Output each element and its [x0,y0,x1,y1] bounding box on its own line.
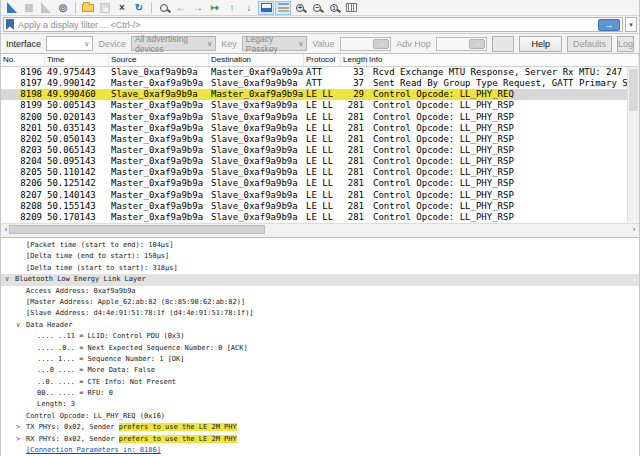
colorize-button[interactable] [275,1,291,15]
previous-packet-icon: ← [176,3,186,13]
zoom-original-button[interactable] [326,1,342,15]
detail-line[interactable]: ..0. .... = CTE Info: Not Present [1,377,639,388]
apply-filter-button[interactable]: → [598,19,620,31]
packet-row[interactable]: 820950.170143Master_0xaf9a9b9aSlave_0xaf… [1,212,629,223]
detail-line[interactable]: >TX PHYs: 0x02, Sender prefers to use th… [1,422,639,433]
go-to-packet-button[interactable]: ↦ [207,1,223,15]
open-file-button[interactable] [80,1,96,15]
packet-row[interactable]: 820250.050143Master_0xaf9a9b9aSlave_0xaf… [1,134,629,145]
key-value: Legacy Passkey [246,34,298,54]
packet-row[interactable]: 820450.095143Master_0xaf9a9b9aSlave_0xaf… [1,156,629,167]
collapse-icon[interactable]: ∨ [16,320,26,331]
first-packet-icon: ↑ [230,3,235,13]
packet-row[interactable]: 820550.110142Master_0xaf9a9b9aSlave_0xaf… [1,167,629,178]
start-capture-button[interactable] [4,1,20,15]
auto-scroll-button[interactable] [258,1,274,15]
column-header-time[interactable]: Time [45,54,109,66]
key-select[interactable]: Legacy Passkey ∨ [242,36,308,51]
zoom-out-button[interactable] [309,1,325,15]
detail-line[interactable]: [Master Address: Apple_62:ab:82 (8c:85:9… [1,297,639,308]
detail-line[interactable]: [Delta time (start to start): 318µs] [1,263,639,274]
display-filter-input[interactable]: Apply a display filter ... <Ctrl-/> → [3,17,623,32]
detail-text: [Delta time (start to start): 318µs] [26,264,178,272]
defaults-button[interactable]: Defaults [567,36,612,52]
interface-select[interactable]: ∨ [46,36,93,51]
capture-options-button[interactable]: ◎ [55,1,71,15]
detail-line[interactable]: [Delta time (end to start): 150µs] [1,251,639,262]
adv-hop-apply-icon[interactable]: → [469,39,485,49]
detail-line[interactable]: Access Address: 0xaf9a9b9a [1,286,639,297]
packet-row[interactable]: 819749.990142Master_0xaf9a9b9aSlave_0xaf… [1,78,629,89]
detail-line[interactable]: [Slave Address: d4:4e:91:51:78:1f (d4:4e… [1,308,639,319]
close-file-button[interactable]: × [114,1,130,15]
resize-columns-button[interactable] [343,1,359,15]
detail-line[interactable]: ...0 .... = More Data: False [1,365,639,376]
cell-time: 49.990142 [45,78,109,89]
first-packet-button[interactable]: ↑ [224,1,240,15]
column-header-protocol[interactable]: Protocol [304,54,341,66]
detail-line[interactable]: ∨Data Header [1,320,639,331]
detail-line[interactable]: [Packet time (start to end): 104µs] [1,240,639,251]
cell-no: 8205 [1,167,45,178]
log-button[interactable]: Log [617,36,634,52]
expand-icon[interactable]: > [16,434,26,445]
packet-row-selected[interactable]: 819849.990460Slave_0xaf9a9b9aMaster_0xaf… [1,89,629,100]
column-header-length[interactable]: Length [341,54,367,66]
bookmark-icon[interactable] [6,19,14,30]
value-input[interactable]: → [340,37,392,51]
connection-parameters-link[interactable]: [Connection Parameters in: 8186] [26,446,161,454]
colorize-icon [278,3,289,12]
detail-line[interactable]: Length: 3 [1,399,639,410]
vertical-scrollbar-thumb[interactable] [629,69,638,111]
restart-capture-button[interactable] [38,1,54,15]
detail-line[interactable]: .... ..11 = LLID: Control PDU (0x3) [1,331,639,342]
packet-row[interactable]: 820650.125142Master_0xaf9a9b9aSlave_0xaf… [1,178,629,189]
cell-src: Master_0xaf9a9b9a [109,78,209,89]
previous-packet-button[interactable]: ← [173,1,189,15]
column-header-source[interactable]: Source [109,54,209,66]
detail-line[interactable]: [Connection Parameters in: 8186] [1,445,639,456]
packet-row[interactable]: 819649.975443Slave_0xaf9a9b9aMaster_0xaf… [1,67,629,78]
detail-line[interactable]: 00.. .... = RFU: 0 [1,388,639,399]
blank-button[interactable] [492,36,514,52]
detail-text: Access Address: 0xaf9a9b9a [26,287,136,295]
detail-line[interactable]: .... 1... = Sequence Number: 1 [OK] [1,354,639,365]
detail-line[interactable]: .... .0.. = Next Expected Sequence Numbe… [1,343,639,354]
last-packet-button[interactable]: ↓ [241,1,257,15]
packet-row[interactable]: 820750.140143Master_0xaf9a9b9aSlave_0xaf… [1,190,629,201]
reload-button[interactable]: ↻ [131,1,147,15]
save-file-button[interactable] [97,1,113,15]
packet-row[interactable]: 819950.005143Master_0xaf9a9b9aSlave_0xaf… [1,100,629,111]
packet-row[interactable]: 820350.065143Master_0xaf9a9b9aSlave_0xaf… [1,145,629,156]
vertical-scrollbar[interactable] [627,67,639,223]
horizontal-scrollbar[interactable]: ‹ › [1,223,639,235]
expand-icon[interactable]: > [16,422,26,433]
stop-capture-button[interactable] [21,1,37,15]
column-header-no[interactable]: No. [1,54,45,66]
column-header-destination[interactable]: Destination [209,54,304,66]
go-to-packet-icon: ↦ [211,3,219,13]
find-packet-button[interactable] [156,1,172,15]
detail-line[interactable]: >RX PHYs: 0x02, Sender prefers to use th… [1,434,639,445]
packet-row[interactable]: 820150.035143Master_0xaf9a9b9aSlave_0xaf… [1,123,629,134]
cell-info: Control Opcode: LL_PHY_RSP [367,123,629,134]
cell-info: Control Opcode: LL_PHY_RSP [367,178,629,189]
horizontal-scrollbar-thumb[interactable] [9,225,265,234]
cell-no: 8200 [1,112,45,123]
next-packet-button[interactable]: → [190,1,206,15]
packet-row[interactable]: 820850.155143Master_0xaf9a9b9aSlave_0xaf… [1,201,629,212]
help-button[interactable]: Help [519,36,562,52]
column-header-info[interactable]: Info [367,54,639,66]
packet-row[interactable]: 820050.020143Master_0xaf9a9b9aSlave_0xaf… [1,112,629,123]
detail-line-selected[interactable]: ∨Bluetooth Low Energy Link Layer [1,274,639,285]
value-apply-icon[interactable]: → [373,39,389,49]
collapse-icon[interactable]: ∨ [5,274,15,285]
filter-dropdown-button[interactable]: ▾ [625,17,637,32]
cell-len: 281 [341,190,367,201]
zoom-in-button[interactable] [292,1,308,15]
cell-proto: ATT [304,78,341,89]
detail-line[interactable]: Control Opcode: LL_PHY_REQ (0x16) [1,411,639,422]
device-select[interactable]: All advertising devices ∨ [131,36,216,51]
adv-hop-input[interactable]: → [436,37,488,51]
scroll-right-icon[interactable]: › [629,224,639,235]
